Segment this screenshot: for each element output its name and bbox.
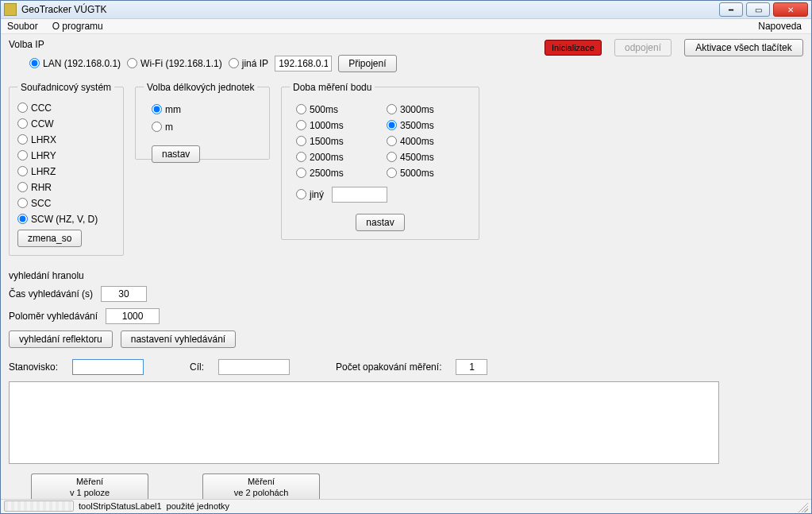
doba-heading: Doba měření bodu: [290, 82, 375, 93]
init-button[interactable]: Inicializace: [545, 40, 602, 56]
unit-option-mm[interactable]: mm: [152, 104, 261, 115]
minimize-button[interactable]: ━: [719, 2, 743, 17]
cil-label: Cíl:: [190, 361, 204, 373]
ip-option-wifi[interactable]: Wi-Fi (192.168.1.1): [127, 58, 222, 69]
status-label-1: toolStripStatusLabel1: [79, 501, 162, 511]
statusbar: toolStripStatusLabel1 použité jednotky: [1, 499, 811, 513]
coord-option[interactable]: RHR: [17, 182, 115, 193]
unit-option-m[interactable]: m: [152, 122, 261, 133]
coord-option[interactable]: LHRZ: [17, 166, 115, 177]
top-buttons: Inicializace odpojení Aktivace všech tla…: [545, 39, 803, 56]
repeat-input[interactable]: [456, 359, 487, 375]
status-progress: [4, 500, 74, 512]
status-label-2: použité jednotky: [167, 501, 230, 511]
titlebar: GeoTracker VÚGTK ━ ▭ ✕: [1, 1, 811, 19]
search-radius-label: Poloměr vyhledávání: [9, 311, 98, 322]
resize-grip-icon[interactable]: [795, 500, 808, 512]
unit-group: Volba délkových jednotek mm m nastav: [135, 82, 270, 160]
coord-option[interactable]: CCW: [17, 118, 115, 129]
unit-heading: Volba délkových jednotek: [144, 82, 257, 93]
bottom-inputs: Stanovisko: Cíl: Počet opakování měření:: [9, 359, 803, 375]
ip-heading: Volba IP: [9, 39, 397, 50]
change-coord-button[interactable]: zmena_so: [17, 230, 82, 247]
menubar: Soubor O programu Napoveda: [1, 19, 811, 33]
ip-input[interactable]: [275, 56, 332, 71]
ip-radio-other[interactable]: [229, 58, 239, 68]
unit-set-button[interactable]: nastav: [152, 145, 200, 163]
menu-soubor[interactable]: Soubor: [7, 21, 38, 32]
coord-option[interactable]: SCC: [17, 198, 115, 209]
connect-button[interactable]: Připojení: [338, 55, 396, 72]
measurement-time-group: Doba měření bodu 500ms 3000ms 1000ms 350…: [281, 82, 479, 240]
disconnect-button[interactable]: odpojení: [614, 39, 672, 56]
output-textarea[interactable]: [9, 381, 719, 464]
window-title: GeoTracker VÚGTK: [21, 4, 107, 15]
ip-option-lan[interactable]: LAN (192.168.0.1): [29, 58, 121, 69]
ip-option-other[interactable]: jiná IP: [229, 58, 268, 69]
doba-option[interactable]: 500ms: [296, 104, 374, 115]
coord-heading: Souřadnicový systém: [17, 82, 114, 93]
cil-input[interactable]: [218, 359, 290, 375]
repeat-label: Počet opakování měření:: [336, 361, 441, 373]
coord-system-group: Souřadnicový systém CCC CCW LHRX LHRY LH…: [9, 82, 124, 256]
search-heading: vyhledání hranolu: [9, 270, 803, 281]
doba-option[interactable]: 4500ms: [387, 152, 464, 163]
ip-selection-group: Volba IP LAN (192.168.0.1) Wi-Fi (192.16…: [9, 39, 397, 72]
search-time-label: Čas vyhledávání (s): [9, 288, 93, 300]
maximize-button[interactable]: ▭: [746, 2, 770, 17]
stanovisko-input[interactable]: [72, 359, 144, 375]
find-reflector-button[interactable]: vyhledání reflektoru: [9, 330, 113, 348]
content-area: Volba IP LAN (192.168.0.1) Wi-Fi (192.16…: [1, 34, 811, 499]
menu-napoveda[interactable]: Napoveda: [758, 21, 802, 32]
doba-option[interactable]: 1500ms: [296, 136, 374, 147]
close-button[interactable]: ✕: [773, 2, 808, 17]
app-icon: [4, 3, 17, 16]
doba-option[interactable]: 1000ms: [296, 120, 374, 131]
doba-option[interactable]: 3500ms: [387, 120, 464, 131]
measure-two-button[interactable]: Měření ve 2 polohách: [202, 473, 320, 499]
menu-oprogramu[interactable]: O programu: [52, 21, 103, 32]
prism-search-block: vyhledání hranolu Čas vyhledávání (s) Po…: [9, 270, 803, 348]
search-radius-input[interactable]: [106, 308, 160, 324]
doba-option-other[interactable]: jiný: [296, 189, 324, 200]
search-time-input[interactable]: [101, 286, 147, 302]
ip-radio-lan[interactable]: [29, 58, 40, 68]
coord-option[interactable]: CCC: [17, 102, 115, 114]
doba-other-input[interactable]: [332, 187, 387, 203]
search-settings-button[interactable]: nastavení vyhledávání: [121, 330, 236, 348]
doba-option[interactable]: 2000ms: [296, 152, 374, 163]
ip-radio-wifi[interactable]: [127, 58, 137, 68]
doba-option[interactable]: 3000ms: [387, 104, 464, 115]
activate-all-button[interactable]: Aktivace všech tlačítek: [684, 39, 803, 56]
coord-option[interactable]: LHRX: [17, 134, 115, 145]
coord-option[interactable]: LHRY: [17, 150, 115, 161]
coord-option[interactable]: SCW (HZ, V, D): [17, 214, 115, 225]
doba-option[interactable]: 4000ms: [387, 136, 464, 147]
doba-set-button[interactable]: nastav: [356, 214, 404, 231]
measure-one-button[interactable]: Měření v 1 poloze: [31, 473, 148, 499]
stanovisko-label: Stanovisko:: [9, 361, 58, 373]
doba-option[interactable]: 5000ms: [387, 168, 464, 179]
doba-option[interactable]: 2500ms: [296, 168, 374, 179]
